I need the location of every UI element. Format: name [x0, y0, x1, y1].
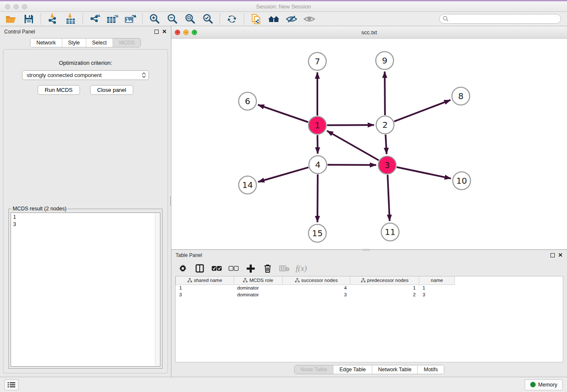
column-header-shared-name[interactable]: shared name — [176, 276, 234, 284]
maximize-window-button[interactable] — [22, 4, 27, 9]
open-folder-icon[interactable] — [3, 13, 19, 25]
tab-motifs[interactable]: Motifs — [418, 365, 443, 374]
graph-node-11[interactable]: 11 — [381, 223, 399, 241]
zoom-out-icon[interactable] — [165, 13, 180, 25]
table-row[interactable]: 3 dominator 3 2 3 — [176, 291, 455, 298]
column-header-successor-nodes[interactable]: successor nodes — [283, 276, 350, 284]
export-image-icon[interactable] — [123, 13, 138, 25]
graph-edge-1-2[interactable] — [327, 125, 374, 125]
column-header-predecessor-nodes[interactable]: predecessor nodes — [350, 276, 419, 284]
svg-text:9: 9 — [382, 55, 388, 66]
tab-node-table[interactable]: Node Table — [295, 365, 333, 374]
network-close-button[interactable]: × — [175, 30, 180, 35]
graph-node-2[interactable]: 2 — [376, 116, 394, 134]
float-panel-icon[interactable] — [154, 30, 159, 34]
minimize-window-button[interactable] — [14, 4, 19, 9]
column-selector-icon[interactable] — [194, 263, 205, 273]
horizontal-splitter-handle[interactable] — [363, 249, 369, 251]
graph-edge-3-1[interactable] — [327, 131, 379, 160]
zoom-fit-icon[interactable] — [182, 13, 198, 25]
graph-node-3[interactable]: 3 — [378, 156, 396, 174]
node-table[interactable]: shared name MCDS role successor nodes pr… — [175, 276, 563, 362]
column-header-mcds-role[interactable]: MCDS role — [234, 276, 283, 284]
graph-node-7[interactable]: 7 — [308, 52, 326, 70]
refresh-icon[interactable] — [224, 13, 239, 25]
network-canvas[interactable]: 1234678910111415 — [171, 39, 567, 249]
column-type-icon — [295, 278, 300, 283]
right-column: × − + scc.txt 1234678910111415 Table Pan… — [171, 26, 567, 377]
graph-node-8[interactable]: 8 — [452, 87, 470, 105]
table-tabs-footer: Node Table Edge Table Network Table Moti… — [171, 362, 567, 377]
export-network-icon[interactable] — [87, 13, 102, 25]
svg-text:2: 2 — [383, 120, 388, 130]
network-maximize-button[interactable]: + — [192, 30, 197, 35]
zoom-selected-icon[interactable] — [200, 13, 215, 25]
home-layout-icon[interactable] — [266, 13, 281, 25]
network-graph[interactable]: 1234678910111415 — [171, 39, 567, 249]
table-row[interactable]: 1 dominator 4 1 1 — [176, 284, 455, 291]
import-network-icon[interactable] — [45, 13, 61, 25]
graph-node-4[interactable]: 4 — [309, 156, 327, 174]
select-all-checks-icon[interactable] — [211, 263, 222, 273]
network-window-title: scc.txt — [361, 29, 377, 36]
add-column-icon[interactable] — [245, 263, 256, 273]
column-header-name[interactable]: name — [419, 276, 455, 284]
export-table-icon[interactable] — [105, 13, 120, 25]
title-bar: Session: New Session — [0, 0, 567, 12]
graph-node-10[interactable]: 10 — [453, 172, 471, 190]
column-type-icon — [187, 278, 192, 283]
close-window-button[interactable] — [5, 4, 10, 9]
criterion-dropdown[interactable]: strongly connected component — [22, 70, 149, 80]
window-controls-inactive[interactable] — [5, 4, 27, 9]
hide-eye-icon[interactable] — [284, 13, 299, 25]
close-panel-button[interactable]: Close panel — [90, 85, 134, 95]
graph-node-6[interactable]: 6 — [239, 92, 256, 110]
svg-text:6: 6 — [245, 96, 250, 106]
network-window-titlebar[interactable]: × − + scc.txt — [171, 26, 567, 39]
task-history-button[interactable] — [4, 379, 19, 390]
show-eye-icon[interactable] — [302, 13, 317, 25]
tab-select[interactable]: Select — [86, 39, 113, 47]
graph-edge-4-3[interactable] — [328, 165, 376, 165]
graph-node-14[interactable]: 14 — [239, 176, 256, 194]
graph-edge-2-9[interactable] — [385, 72, 385, 115]
float-table-panel-icon[interactable] — [550, 253, 555, 257]
graph-edge-4-15[interactable] — [317, 174, 318, 222]
search-input[interactable] — [439, 14, 561, 24]
graph-node-1[interactable]: 1 — [308, 116, 326, 134]
graph-edge-1-6[interactable] — [258, 105, 308, 122]
close-table-panel-icon[interactable]: ✕ — [558, 253, 563, 257]
tab-mcds[interactable]: MCDS — [113, 39, 140, 47]
close-panel-icon[interactable]: ✕ — [162, 30, 167, 34]
tab-edge-table[interactable]: Edge Table — [333, 365, 372, 374]
graph-node-9[interactable]: 9 — [376, 52, 394, 69]
table-panel-header: Table Panel ✕ — [171, 250, 567, 261]
search-container — [439, 14, 561, 24]
delete-table-icon[interactable] — [279, 263, 290, 273]
deselect-all-checks-icon[interactable] — [228, 263, 239, 273]
mcds-result-list[interactable]: 1 3 — [11, 213, 160, 367]
tab-network[interactable]: Network — [30, 39, 62, 47]
graph-edge-3-10[interactable] — [397, 167, 451, 179]
import-table-icon[interactable] — [63, 13, 78, 25]
svg-text:15: 15 — [312, 228, 322, 238]
zoom-in-icon[interactable] — [147, 13, 162, 25]
graph-edge-2-3[interactable] — [385, 135, 386, 154]
tab-style[interactable]: Style — [62, 39, 86, 47]
application-window: Session: New Session — [0, 0, 567, 392]
graph-edge-3-11[interactable] — [388, 175, 390, 221]
network-clipboard-icon[interactable] — [248, 13, 264, 25]
network-minimize-button[interactable]: − — [183, 30, 189, 35]
graph-edge-4-14[interactable] — [258, 167, 308, 182]
save-icon[interactable] — [21, 13, 36, 25]
delete-trash-icon[interactable] — [262, 263, 273, 273]
function-fx-icon[interactable]: f(x) — [296, 263, 307, 273]
tab-network-table[interactable]: Network Table — [372, 365, 418, 374]
status-bar: Memory — [0, 377, 567, 392]
result-scrollbar[interactable] — [155, 213, 160, 366]
settings-gear-icon[interactable] — [177, 263, 188, 273]
run-mcds-button[interactable]: Run MCDS — [38, 85, 80, 95]
memory-button[interactable]: Memory — [525, 379, 563, 390]
graph-edge-2-8[interactable] — [394, 100, 451, 121]
graph-node-15[interactable]: 15 — [308, 224, 326, 242]
